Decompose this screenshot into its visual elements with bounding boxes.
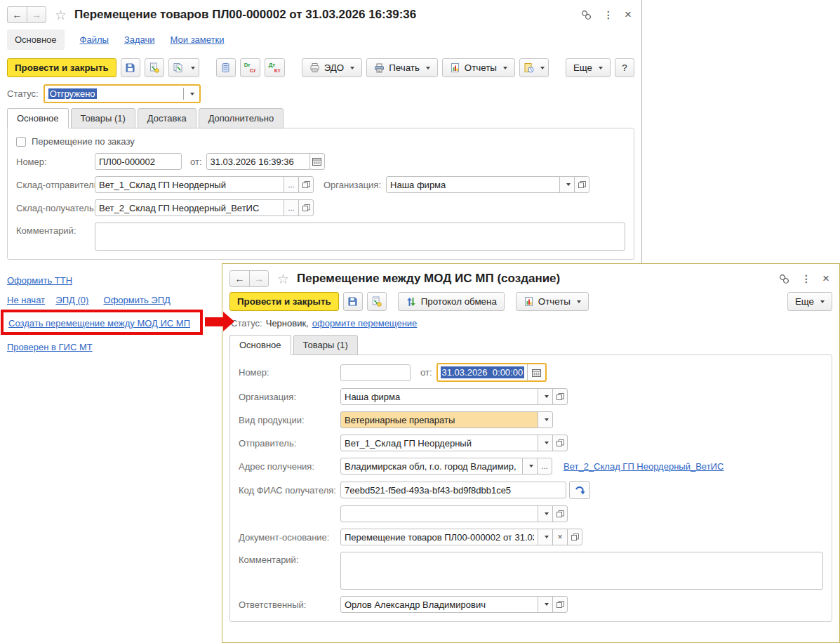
link-epd-count[interactable]: ЭПД (0)	[55, 295, 88, 305]
receiver-select-button[interactable]: ...	[284, 199, 299, 216]
get-link-icon[interactable]	[778, 273, 790, 285]
dialog-comment-field[interactable]	[340, 552, 823, 590]
more-actions-button[interactable]: Еще	[566, 58, 611, 77]
back-button[interactable]: ←	[8, 7, 27, 22]
exchange-protocol-button[interactable]: Протокол обмена	[398, 292, 505, 311]
receiver-warehouse-field[interactable]	[95, 199, 284, 216]
more-menu-icon[interactable]: ⋮	[604, 9, 613, 20]
link-not-started[interactable]: Не начат	[7, 295, 45, 305]
tab-goods[interactable]: Товары (1)	[71, 108, 135, 128]
close-window-icon[interactable]: ×	[625, 8, 632, 22]
dialog-sender-field[interactable]	[340, 435, 538, 451]
order-checkbox-row: Перемещение по заказу	[16, 136, 625, 147]
get-link-icon[interactable]	[580, 9, 592, 21]
dialog-back-button[interactable]: ←	[230, 271, 249, 286]
forward-button[interactable]: →	[27, 7, 46, 22]
dialog-sender-dropdown-button[interactable]	[538, 435, 553, 451]
help-button[interactable]: ?	[615, 58, 634, 77]
dialog-calendar-button[interactable]	[527, 364, 545, 380]
dialog-organization-field[interactable]	[340, 388, 538, 405]
dialog-fias-field[interactable]	[340, 482, 566, 498]
dialog-responsible-field[interactable]	[340, 596, 538, 613]
tab-main[interactable]: Основное	[7, 108, 69, 128]
highlight-arrow-head	[223, 312, 234, 331]
dialog-date-field[interactable]: 31.03.2026 0:00:00	[436, 363, 547, 382]
dialog-basis-dropdown-button[interactable]	[538, 529, 553, 545]
dialog-basis-field[interactable]	[340, 529, 538, 545]
nav-tab-notes[interactable]: Мои заметки	[171, 34, 225, 45]
drcr-entries-button[interactable]: DrCr	[240, 58, 260, 77]
close-window-icon[interactable]: ×	[822, 272, 829, 286]
dialog-tab-main[interactable]: Основное	[229, 335, 291, 355]
edo-button[interactable]: ЭДО	[302, 58, 363, 77]
link-make-ttn[interactable]: Оформить ТТН	[7, 275, 72, 286]
post-variants-button[interactable]	[168, 58, 199, 77]
dialog-post-and-close-button[interactable]: Провести и закрыть	[229, 292, 339, 311]
open-icon	[556, 393, 564, 400]
dialog-basis-open-button[interactable]	[567, 529, 582, 545]
dialog-save-button[interactable]	[343, 292, 363, 311]
dtkt-entries-button[interactable]: ДтКт	[265, 58, 285, 77]
dialog-responsible-dropdown-button[interactable]	[538, 596, 553, 613]
organization-dropdown-button[interactable]	[559, 176, 575, 193]
tasks-button[interactable]	[519, 58, 549, 77]
date-field[interactable]	[206, 153, 310, 170]
dialog-forward-button[interactable]: →	[249, 271, 268, 286]
dialog-receiver-field[interactable]	[340, 505, 538, 522]
dialog-basis-clear-button[interactable]: ×	[552, 529, 568, 545]
more-menu-icon[interactable]: ⋮	[801, 273, 811, 284]
dialog-address-dropdown-button[interactable]	[522, 458, 538, 475]
dialog-post-button[interactable]	[367, 292, 387, 311]
register-records-button[interactable]	[216, 58, 236, 77]
dialog-receiver-warehouse-link[interactable]: Вет_2_Склад ГП Неордерный_ВетИС	[564, 461, 724, 472]
dialog-tab-goods[interactable]: Товары (1)	[293, 335, 358, 355]
organization-open-button[interactable]	[574, 176, 589, 193]
nav-tab-tasks[interactable]: Задачи	[124, 34, 155, 45]
number-field[interactable]	[95, 153, 182, 170]
link-gis-mt[interactable]: Проверен в ГИС МТ	[7, 342, 93, 352]
calendar-button[interactable]	[309, 153, 325, 170]
sender-open-button[interactable]	[298, 176, 314, 193]
dialog-number-field[interactable]	[340, 364, 411, 381]
dialog-basis-label: Документ-основание:	[239, 532, 340, 543]
dialog-reports-button[interactable]: Отчеты	[516, 292, 589, 311]
dialog-product-type-dropdown-button[interactable]	[538, 411, 553, 428]
nav-tab-main[interactable]: Основное	[7, 29, 65, 50]
open-icon	[571, 533, 579, 541]
movement-by-order-checkbox[interactable]	[16, 137, 26, 147]
organization-field[interactable]	[386, 176, 560, 193]
dialog-sender-open-button[interactable]	[552, 435, 568, 451]
status-combobox[interactable]: Отгружено	[44, 84, 201, 103]
edo-icon	[309, 62, 320, 73]
print-button[interactable]: Печать	[366, 58, 438, 77]
dialog-fias-refresh-button[interactable]	[569, 481, 590, 499]
sender-select-button[interactable]: ...	[284, 176, 299, 193]
save-button[interactable]	[121, 58, 140, 77]
dialog-more-actions-button[interactable]: Еще	[787, 292, 832, 311]
dialog-receiver-dropdown-button[interactable]	[538, 505, 553, 522]
post-and-close-button[interactable]: Провести и закрыть	[7, 58, 116, 77]
dialog-address-select-button[interactable]: ...	[537, 458, 552, 475]
dialog-status-action-link[interactable]: оформите перемещение	[312, 318, 418, 329]
dialog-receiver-open-button[interactable]	[552, 505, 568, 522]
dialog-product-type-field[interactable]	[340, 411, 538, 428]
dialog-responsible-open-button[interactable]	[552, 596, 568, 613]
tab-delivery[interactable]: Доставка	[138, 108, 196, 128]
dialog-organization-dropdown-button[interactable]	[538, 388, 553, 405]
dialog-address-field[interactable]	[340, 458, 523, 475]
post-button[interactable]	[145, 58, 164, 77]
open-icon	[578, 181, 586, 188]
status-dropdown-button[interactable]	[184, 93, 199, 95]
tab-additional[interactable]: Дополнительно	[199, 108, 284, 128]
dialog-status-row: Статус: Черновик, оформите перемещение	[222, 317, 839, 334]
favorite-star-icon[interactable]: ☆	[277, 271, 289, 287]
comment-field[interactable]	[95, 223, 625, 251]
reports-button[interactable]: Отчеты	[442, 58, 515, 77]
sender-warehouse-field[interactable]	[95, 176, 284, 193]
favorite-star-icon[interactable]: ☆	[55, 7, 67, 23]
open-icon	[302, 204, 310, 211]
receiver-open-button[interactable]	[298, 199, 314, 216]
nav-tab-files[interactable]: Файлы	[80, 34, 109, 45]
link-make-epd[interactable]: Оформить ЭПД	[104, 295, 171, 305]
dialog-organization-open-button[interactable]	[552, 388, 568, 405]
